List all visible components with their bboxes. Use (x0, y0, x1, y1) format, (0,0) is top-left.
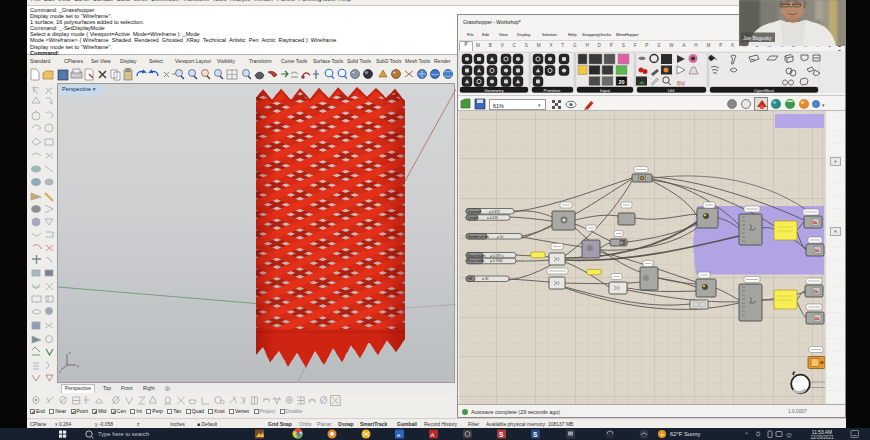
svg-text:● 10: ● 10 (497, 235, 504, 239)
svg-text:● 4.016: ● 4.016 (487, 216, 498, 220)
svg-text:Brace height: Brace height (468, 254, 486, 258)
svg-text:▾: ▾ (822, 102, 825, 108)
svg-text:z: z (69, 351, 71, 355)
svg-text:20: 20 (618, 79, 624, 85)
svg-text:Type here to search: Type here to search (98, 431, 149, 437)
svg-text:11:53 AM: 11:53 AM (812, 430, 832, 435)
svg-text:Util: Util (668, 88, 674, 93)
svg-text:Number of ribs: Number of ribs (468, 235, 489, 239)
svg-text:Primitive: Primitive (544, 88, 561, 93)
svg-text:● 0.875: ● 0.875 (489, 210, 500, 214)
svg-text:Geometry: Geometry (484, 88, 504, 93)
svg-text:Ọ̄: Ọ̄ (756, 431, 761, 437)
svg-text:● 0.7030: ● 0.7030 (490, 259, 503, 263)
svg-text:● 0.597 u: ● 0.597 u (490, 254, 504, 258)
svg-text:3b: 3b (813, 220, 818, 225)
svg-text:3b: 3b (815, 248, 820, 253)
svg-text:fx: fx (620, 241, 623, 245)
svg-text:y: y (77, 364, 79, 368)
svg-text:f(x): f(x) (677, 80, 685, 86)
svg-text:Length: Length (468, 216, 478, 220)
svg-text:HB: HB (468, 277, 472, 281)
svg-text:62°F Sunny: 62°F Sunny (670, 431, 700, 437)
svg-text:S: S (533, 431, 538, 438)
svg-text:S: S (499, 431, 504, 438)
svg-text:Diameter: Diameter (468, 210, 482, 214)
svg-text:61%: 61% (493, 103, 504, 109)
svg-text:● 90: ● 90 (482, 277, 489, 281)
svg-text:A: A (431, 432, 435, 438)
svg-text:Input: Input (600, 88, 611, 93)
svg-text:x: x (59, 370, 61, 374)
svg-text:3b: 3b (814, 289, 819, 294)
svg-text:3b: 3b (815, 316, 820, 321)
svg-text:Brace width: Brace width (468, 259, 485, 263)
svg-text:Joe Bogusky: Joe Bogusky (743, 35, 772, 41)
svg-text:OpenNest: OpenNest (754, 88, 775, 93)
svg-text:12/20/2021: 12/20/2021 (811, 435, 834, 440)
svg-text:⌃: ⌃ (744, 432, 749, 438)
